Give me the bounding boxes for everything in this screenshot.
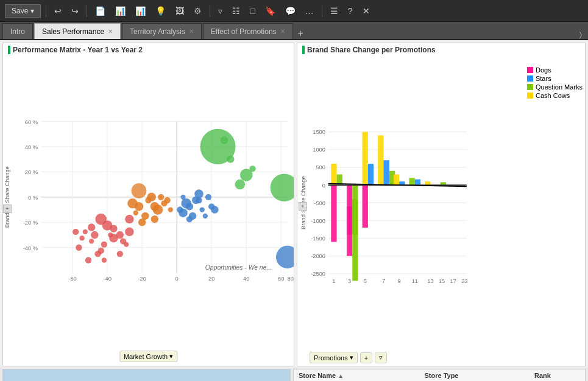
svg-text:0: 0: [322, 183, 325, 189]
svg-point-81: [276, 246, 294, 268]
tab-close-territory[interactable]: ✕: [189, 28, 194, 35]
svg-point-39: [110, 225, 117, 232]
scroll-down-btn[interactable]: +: [3, 204, 12, 213]
bar-legend: Dogs Stars Question Marks Cash Cows: [527, 54, 585, 358]
svg-rect-126: [363, 185, 368, 228]
svg-text:7: 7: [382, 278, 385, 284]
tab-overflow[interactable]: 〉: [576, 30, 586, 39]
chart-icon[interactable]: 📊: [132, 4, 149, 18]
open-icon[interactable]: 📄: [92, 4, 108, 18]
svg-point-69: [205, 194, 211, 200]
svg-point-60: [138, 218, 146, 226]
svg-point-33: [89, 239, 94, 243]
svg-point-49: [102, 257, 107, 262]
help-icon[interactable]: ?: [345, 4, 356, 18]
comment-icon[interactable]: 💬: [282, 4, 299, 18]
insight-icon[interactable]: 💡: [152, 4, 169, 18]
tab-sales-performance[interactable]: Sales Performance ✕: [34, 23, 121, 39]
svg-point-64: [132, 183, 147, 198]
settings-icon[interactable]: ⚙: [191, 4, 205, 18]
svg-point-30: [83, 229, 88, 234]
left-panel: Performance Matrix - Year 1 vs Year 2: [0, 40, 296, 368]
market-growth-filter[interactable]: Market Growth ▾: [119, 351, 177, 362]
close-icon[interactable]: ✕: [360, 4, 373, 18]
svg-rect-115: [378, 135, 383, 185]
tab-effect-promotions[interactable]: Effect of Promotions ✕: [203, 23, 293, 39]
save-dropdown-arrow[interactable]: ▾: [30, 7, 34, 15]
export-icon[interactable]: 📊: [112, 4, 129, 18]
svg-point-43: [95, 214, 107, 225]
add-tab-button[interactable]: +: [294, 28, 307, 39]
svg-text:9: 9: [398, 278, 401, 284]
bar-filter-area: Promotions ▾ + ▿: [310, 352, 387, 363]
svg-text:-20 %: -20 %: [23, 220, 38, 226]
svg-text:20: 20: [208, 276, 214, 282]
stars-color: [527, 75, 533, 82]
svg-point-48: [125, 215, 134, 224]
svg-text:-60: -60: [68, 276, 76, 282]
toolbar-separator: [87, 5, 87, 17]
svg-point-62: [127, 198, 138, 209]
image-icon[interactable]: 🖼: [172, 4, 187, 18]
svg-rect-121: [415, 180, 420, 185]
svg-point-63: [164, 197, 170, 203]
bookmark-icon[interactable]: 🔖: [262, 4, 278, 18]
data-table-panel: Store Name ▲ Store Type Rank Adrian Bern…: [293, 369, 586, 381]
svg-point-77: [194, 189, 204, 198]
tab-territory-analysis[interactable]: Territory Analysis ✕: [122, 23, 202, 39]
table-header-row: Store Name ▲ Store Type Rank: [294, 369, 585, 381]
menu-icon[interactable]: ☰: [327, 4, 341, 18]
tab-intro[interactable]: Intro: [2, 23, 33, 39]
grid-icon[interactable]: ☷: [229, 4, 243, 18]
toolbar-separator: [210, 5, 210, 17]
expand-icon[interactable]: □: [247, 4, 258, 18]
svg-point-35: [76, 245, 82, 251]
legend-stars: Stars: [527, 75, 583, 82]
bottom-row: © OpenStreetMap contributors Store Name …: [0, 368, 588, 381]
svg-text:80: 80: [288, 276, 294, 282]
filter-arrow: ▾: [169, 352, 173, 360]
svg-text:-2500: -2500: [311, 271, 325, 277]
svg-point-45: [108, 232, 113, 237]
bar-scroll-down[interactable]: +: [299, 202, 307, 211]
undo-icon[interactable]: ↩: [51, 4, 65, 18]
col-rank[interactable]: Rank: [530, 369, 585, 381]
col-store-type[interactable]: Store Type: [419, 369, 530, 381]
promotions-filter-arrow: ▾: [350, 354, 353, 362]
scatter-title: Performance Matrix - Year 1 vs Year 2: [13, 46, 143, 54]
bar-add-filter[interactable]: +: [360, 352, 372, 363]
svg-point-76: [203, 214, 208, 218]
bar-extra-filter[interactable]: ▿: [375, 352, 387, 363]
data-table: Store Name ▲ Store Type Rank Adrian Bern…: [294, 369, 585, 381]
legend-cash-cows: Cash Cows: [527, 92, 583, 99]
svg-point-59: [158, 194, 164, 200]
svg-text:13: 13: [427, 278, 433, 284]
svg-point-84: [227, 155, 234, 163]
col-store-name[interactable]: Store Name ▲: [294, 369, 419, 381]
svg-point-29: [101, 241, 107, 247]
svg-text:0 %: 0 %: [28, 195, 38, 201]
svg-point-85: [235, 180, 246, 190]
map-svg: [3, 369, 290, 381]
svg-point-38: [94, 251, 101, 257]
promotions-filter[interactable]: Promotions ▾: [310, 352, 358, 363]
map-panel: © OpenStreetMap contributors: [2, 369, 291, 381]
more-icon[interactable]: …: [302, 4, 317, 18]
question-marks-color: [527, 84, 533, 90]
redo-icon[interactable]: ↪: [68, 4, 82, 18]
cash-cows-color: [527, 93, 533, 99]
save-button[interactable]: Save ▾: [5, 4, 41, 18]
svg-point-71: [199, 207, 204, 212]
svg-text:5: 5: [364, 278, 367, 284]
svg-point-58: [151, 215, 158, 223]
svg-point-75: [177, 206, 183, 212]
scatter-chart: Performance Matrix - Year 1 vs Year 2: [2, 43, 294, 366]
svg-point-44: [117, 251, 123, 257]
chart-accent-bar: [8, 46, 10, 54]
svg-rect-124: [331, 185, 336, 242]
tab-close-sales[interactable]: ✕: [108, 28, 113, 35]
svg-text:22: 22: [461, 278, 467, 284]
svg-point-57: [133, 211, 138, 215]
tab-close-promotions[interactable]: ✕: [280, 28, 285, 35]
filter-icon[interactable]: ▿: [215, 4, 225, 18]
